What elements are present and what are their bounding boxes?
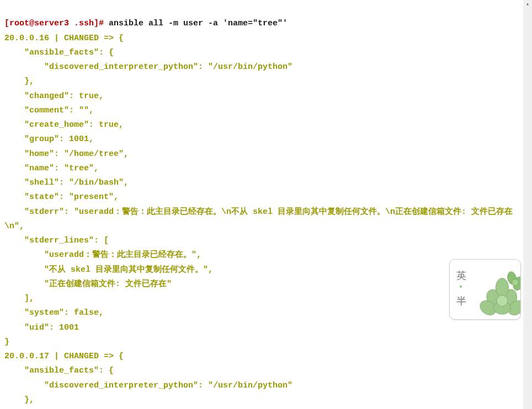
create-home-line: "create_home": true, — [4, 120, 124, 130]
stderr-lines-key: "stderr_lines": [ — [4, 236, 109, 245]
shell-line: "shell": "/bin/bash", — [4, 178, 129, 187]
stderr-line-2: "不从 skel 目录里向其中复制任何文件。", — [4, 265, 213, 275]
interpreter-line-2: "discovered_interpreter_python": "/usr/b… — [4, 381, 292, 390]
shell-command: ansible all -m user -a 'name="tree"' — [104, 19, 288, 28]
facts-close: }, — [4, 77, 34, 86]
result1-close: } — [4, 337, 9, 347]
changed-line: "changed": true, — [4, 92, 104, 101]
name-line: "name": "tree", — [4, 164, 99, 173]
stderr-lines-close: ], — [4, 294, 34, 303]
host1-status: CHANGED — [64, 34, 99, 43]
ansible-facts-key-2: "ansible_facts": { — [4, 366, 114, 375]
terminal-output: [root@server3 .ssh]# ansible all -m user… — [4, 2, 528, 409]
host1-ip: 20.0.0.16 — [4, 34, 49, 43]
uid-line: "uid": 1001 — [4, 323, 79, 332]
stderr-line-3: "正在创建信箱文件: 文件已存在" — [4, 279, 172, 289]
comment-line: "comment": "", — [4, 106, 94, 115]
system-line: "system": false, — [4, 308, 104, 317]
sticker-dot — [460, 286, 462, 288]
stderr-line-1: "useradd：警告：此主目录已经存在。", — [4, 250, 201, 260]
interpreter-line: "discovered_interpreter_python": "/usr/b… — [4, 62, 292, 72]
svg-point-9 — [512, 279, 519, 286]
host2-line: 20.0.0.17 | CHANGED => { — [4, 352, 124, 361]
group-line: "group": 1001, — [4, 134, 94, 144]
svg-point-6 — [497, 295, 508, 306]
host2-status: CHANGED — [64, 352, 99, 361]
state-line: "state": "present", — [4, 192, 119, 202]
scrollbar[interactable]: ▴ — [523, 0, 532, 409]
ansible-facts-key: "ansible_facts": { — [4, 48, 114, 57]
home-line: "home": "/home/tree", — [4, 149, 129, 159]
succulent-icon — [465, 262, 521, 320]
stderr-line: "stderr": "useradd：警告：此主目录已经存在。\n不从 skel… — [4, 207, 513, 231]
svg-point-2 — [496, 278, 509, 297]
decorative-sticker: 英 半 — [449, 259, 521, 320]
shell-prompt: [root@server3 .ssh]# — [4, 19, 104, 28]
host1-line: 20.0.0.16 | CHANGED => { — [4, 34, 124, 43]
host2-ip: 20.0.0.17 — [4, 352, 49, 361]
facts-close-2: }, — [4, 395, 34, 405]
scroll-up-button[interactable]: ▴ — [523, 0, 532, 9]
